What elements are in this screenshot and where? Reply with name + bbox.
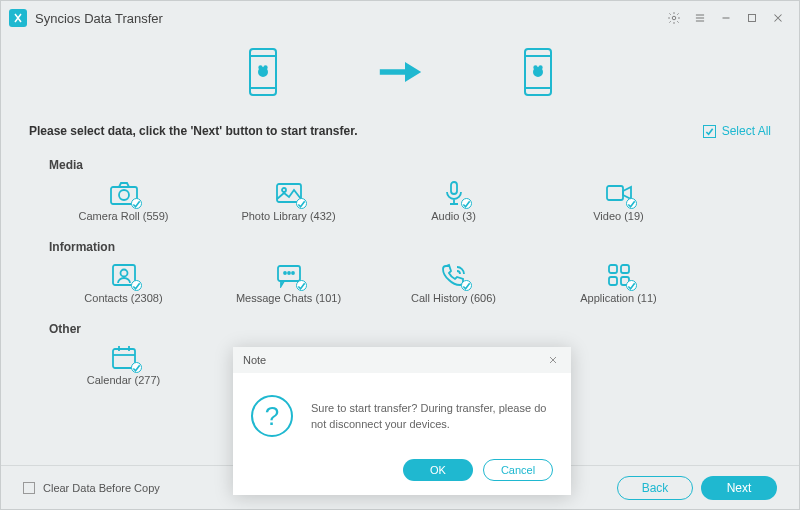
item-label: Application (11): [580, 292, 656, 304]
question-icon: ?: [251, 395, 293, 437]
camera-icon: [109, 180, 139, 206]
photo-icon: [274, 180, 304, 206]
section-title-other: Other: [1, 306, 799, 342]
checkbox-icon: [23, 482, 35, 494]
item-video[interactable]: Video (19): [536, 180, 701, 222]
svg-point-6: [259, 66, 261, 68]
menu-icon: [693, 11, 707, 25]
svg-rect-1: [749, 15, 756, 22]
svg-rect-19: [607, 186, 623, 200]
item-camera-roll[interactable]: Camera Roll (559): [41, 180, 206, 222]
app-title: Syncios Data Transfer: [35, 11, 163, 26]
item-messages[interactable]: Message Chats (101): [206, 262, 371, 304]
svg-rect-26: [609, 265, 617, 273]
minimize-icon: [719, 11, 733, 25]
item-contacts[interactable]: Contacts (2308): [41, 262, 206, 304]
calendar-icon: [109, 344, 139, 370]
message-icon: [274, 262, 304, 288]
svg-point-0: [672, 16, 676, 20]
app-logo-icon: [9, 9, 27, 27]
select-all-label: Select All: [722, 124, 771, 138]
svg-point-15: [119, 190, 129, 200]
svg-point-17: [282, 188, 286, 192]
apps-icon: [604, 262, 634, 288]
section-title-media: Media: [1, 142, 799, 178]
transfer-arrow-icon: [378, 59, 423, 88]
svg-rect-18: [451, 182, 457, 194]
clear-data-label: Clear Data Before Copy: [43, 482, 160, 494]
close-icon: [771, 11, 785, 25]
back-button[interactable]: Back: [617, 476, 693, 500]
media-row: Camera Roll (559) Photo Library (432) Au…: [1, 178, 799, 224]
svg-point-13: [539, 66, 541, 68]
select-all-checkbox-icon: [703, 125, 716, 138]
select-all-toggle[interactable]: Select All: [703, 124, 771, 138]
item-label: Photo Library (432): [241, 210, 335, 222]
section-title-information: Information: [1, 224, 799, 260]
item-label: Video (19): [593, 210, 644, 222]
svg-point-23: [284, 272, 286, 274]
svg-point-24: [288, 272, 290, 274]
dialog-message: Sure to start transfer? During transfer,…: [311, 400, 553, 433]
item-audio[interactable]: Audio (3): [371, 180, 536, 222]
dialog-header: Note: [233, 347, 571, 373]
settings-button[interactable]: [661, 5, 687, 31]
item-photo-library[interactable]: Photo Library (432): [206, 180, 371, 222]
svg-point-12: [534, 66, 536, 68]
close-icon: [547, 354, 559, 366]
dialog-title: Note: [243, 354, 266, 366]
gear-icon: [667, 11, 681, 25]
next-button[interactable]: Next: [701, 476, 777, 500]
svg-point-7: [264, 66, 266, 68]
dialog-close-button[interactable]: [545, 354, 561, 366]
svg-point-25: [292, 272, 294, 274]
item-label: Contacts (2308): [84, 292, 162, 304]
item-label: Camera Roll (559): [79, 210, 169, 222]
maximize-icon: [745, 11, 759, 25]
close-button[interactable]: [765, 5, 791, 31]
item-label: Message Chats (101): [236, 292, 341, 304]
contacts-icon: [109, 262, 139, 288]
item-label: Calendar (277): [87, 374, 160, 386]
instruction-text: Please select data, click the 'Next' but…: [29, 124, 703, 138]
instruction-row: Please select data, click the 'Next' but…: [1, 118, 799, 142]
clear-data-toggle[interactable]: Clear Data Before Copy: [23, 482, 160, 494]
microphone-icon: [439, 180, 469, 206]
information-row: Contacts (2308) Message Chats (101) Call…: [1, 260, 799, 306]
dialog-cancel-button[interactable]: Cancel: [483, 459, 553, 481]
target-phone-icon: [523, 47, 553, 100]
device-diagram: [1, 35, 799, 118]
titlebar: Syncios Data Transfer: [1, 1, 799, 35]
app-window: Syncios Data Transfer Please select: [0, 0, 800, 510]
menu-button[interactable]: [687, 5, 713, 31]
svg-rect-28: [609, 277, 617, 285]
maximize-button[interactable]: [739, 5, 765, 31]
item-application[interactable]: Application (11): [536, 262, 701, 304]
item-call-history[interactable]: Call History (606): [371, 262, 536, 304]
item-label: Call History (606): [411, 292, 496, 304]
source-phone-icon: [248, 47, 278, 100]
dialog-ok-button[interactable]: OK: [403, 459, 473, 481]
confirm-dialog: Note ? Sure to start transfer? During tr…: [233, 347, 571, 495]
phone-icon: [439, 262, 469, 288]
item-calendar[interactable]: Calendar (277): [41, 344, 206, 386]
minimize-button[interactable]: [713, 5, 739, 31]
video-icon: [604, 180, 634, 206]
svg-point-21: [120, 270, 127, 277]
